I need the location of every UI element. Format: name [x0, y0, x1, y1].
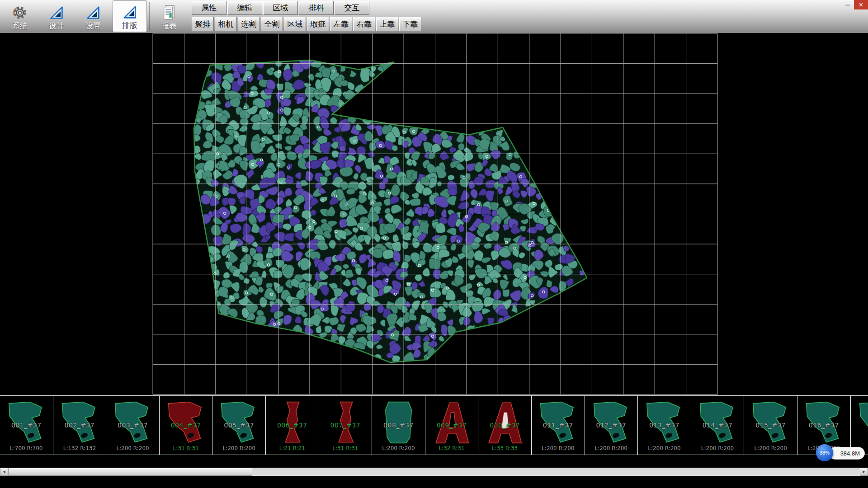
- part-lr-count: L:200 R:200: [532, 445, 585, 451]
- nav-tile-settings[interactable]: 设置: [76, 0, 110, 32]
- nav-tile-system[interactable]: 系统: [3, 0, 37, 32]
- part-id: 008_#37: [372, 422, 425, 429]
- part-lr-count: L:700 R:700: [0, 445, 53, 451]
- window-controls: ─ ×: [841, 0, 868, 9]
- tool-cluster-nest[interactable]: 聚排: [192, 17, 214, 31]
- nesting-canvas[interactable]: [0, 33, 868, 395]
- nav-tile-label: 排版: [122, 21, 137, 30]
- part-id: 011_#37: [532, 422, 585, 429]
- part-thumbnail: [854, 397, 868, 448]
- part-id: 015_#37: [744, 422, 797, 429]
- part-cell[interactable]: 011_#37L:200 R:200: [532, 396, 585, 455]
- part-id: 001_#37: [0, 422, 53, 429]
- gear-icon: [12, 5, 28, 21]
- part-cell[interactable]: 009_#37L:32 R:31: [425, 396, 479, 455]
- part-cell[interactable]: 015_#37L:200 R:200: [744, 396, 797, 455]
- part-id: 002_#37: [53, 422, 106, 429]
- tab-properties[interactable]: 属性: [192, 1, 226, 15]
- part-cell[interactable]: [851, 396, 868, 455]
- part-id: 010_#37: [478, 422, 531, 429]
- part-id: 003_#37: [106, 422, 159, 429]
- part-id: 007_#37: [319, 422, 372, 429]
- part-cell[interactable]: 005_#37L:200 R:200: [212, 396, 266, 455]
- part-id: 013_#37: [638, 422, 691, 429]
- tool-align-bottom[interactable]: 下靠: [399, 17, 421, 31]
- tab-interact[interactable]: 交互: [335, 1, 369, 15]
- part-cell[interactable]: 001_#37L:700 R:700: [0, 396, 53, 455]
- part-id: 006_#37: [266, 422, 319, 429]
- close-button[interactable]: ×: [854, 0, 868, 9]
- tool-cut-all[interactable]: 全割: [261, 17, 283, 31]
- nav-tile-label: 报表: [161, 21, 177, 31]
- tab-region[interactable]: 区域: [263, 1, 298, 15]
- scrollbar-thumb[interactable]: [8, 468, 252, 476]
- app-window: { "window": { "minimize": "─", "close": …: [0, 0, 868, 488]
- part-id: 012_#37: [585, 422, 638, 429]
- nav-tile-report[interactable]: 报表: [152, 0, 186, 32]
- minimize-button[interactable]: ─: [841, 0, 854, 9]
- part-lr-count: L:32 R:31: [425, 445, 478, 451]
- part-cell[interactable]: 013_#37L:200 R:200: [638, 396, 691, 455]
- part-cell[interactable]: 010_#37L:33 R:33: [478, 396, 532, 455]
- tool-align-left[interactable]: 左靠: [330, 17, 352, 31]
- part-cell[interactable]: 003_#37L:200 R:200: [106, 396, 160, 455]
- part-lr-count: L:200 R:200: [372, 445, 425, 451]
- ruler-icon: [85, 5, 101, 21]
- toolbar: 系统 设计 设置: [0, 0, 868, 33]
- tool-button-row: 聚排 相机 选割 全割 区域 瑕疵 左靠 右靠 上靠 下靠: [192, 17, 421, 31]
- part-lr-count: L:21 R:21: [266, 445, 319, 451]
- memory-usage-badge: 384.8M: [829, 447, 865, 460]
- tool-align-right[interactable]: 右靠: [353, 17, 375, 31]
- part-id: 005_#37: [212, 422, 265, 429]
- nav-tile-label: 设计: [49, 21, 64, 31]
- part-lr-count: L:200 R:200: [212, 445, 265, 451]
- part-lr-count: L:200 R:200: [744, 445, 797, 451]
- part-cell[interactable]: 007_#37L:31 R:31: [319, 396, 373, 455]
- tool-select-cut[interactable]: 选割: [238, 17, 260, 31]
- nav-tile-design[interactable]: 设计: [39, 0, 74, 32]
- report-icon: [161, 5, 177, 21]
- ruler-icon: [122, 4, 138, 20]
- part-lr-count: L:200 R:200: [638, 445, 691, 451]
- nav-tile-label: 系统: [12, 21, 28, 31]
- part-id: 009_#37: [425, 422, 478, 429]
- part-cell[interactable]: 002_#37L:132 R:132: [53, 396, 107, 455]
- nesting-canvas-svg: [0, 33, 868, 395]
- tool-defect[interactable]: 瑕疵: [307, 17, 329, 31]
- part-cell[interactable]: 008_#37L:200 R:200: [372, 396, 425, 455]
- part-cell[interactable]: 004_#37L:31 R:31: [160, 396, 213, 455]
- tool-align-top[interactable]: 上靠: [376, 17, 398, 31]
- nav-tile-layout[interactable]: 排版: [113, 0, 147, 32]
- part-lr-count: L:33 R:33: [478, 445, 531, 451]
- part-id: 014_#37: [691, 422, 744, 429]
- ruler-icon: [48, 5, 65, 21]
- part-lr-count: L:31 R:31: [319, 445, 372, 451]
- part-lr-count: L:200 R:200: [691, 445, 744, 451]
- part-cell[interactable]: 006_#37L:21 R:21: [266, 396, 319, 455]
- nav-tile-bar: 系统 设计 设置: [3, 0, 186, 32]
- tool-region[interactable]: 区域: [284, 17, 306, 31]
- nav-tile-label: 设置: [85, 21, 101, 31]
- part-lr-count: L:200 R:200: [585, 445, 638, 451]
- tool-camera[interactable]: 相机: [215, 17, 237, 31]
- horizontal-scrollbar: ◂ ▸: [0, 468, 868, 476]
- scroll-right-arrow[interactable]: ▸: [860, 468, 868, 476]
- progress-percent-badge: 38%: [816, 444, 833, 461]
- parts-strip: 001_#37L:700 R:700002_#37L:132 R:132003_…: [0, 395, 868, 455]
- toolbar-divider: [149, 2, 150, 30]
- part-lr-count: L:200 R:200: [106, 445, 159, 451]
- part-id: 016_#37: [797, 422, 850, 429]
- scroll-left-arrow[interactable]: ◂: [0, 468, 8, 476]
- tab-edit[interactable]: 编辑: [227, 1, 262, 15]
- part-id: 004_#37: [160, 422, 212, 429]
- part-lr-count: L:31 R:31: [160, 445, 212, 451]
- tab-nesting[interactable]: 排料: [299, 1, 334, 15]
- part-cell[interactable]: 014_#37L:200 R:200: [691, 396, 745, 455]
- part-lr-count: L:132 R:132: [53, 445, 106, 451]
- part-cell[interactable]: 012_#37L:200 R:200: [585, 396, 638, 455]
- menu-tab-row: 属性 编辑 区域 排料 交互: [192, 1, 369, 15]
